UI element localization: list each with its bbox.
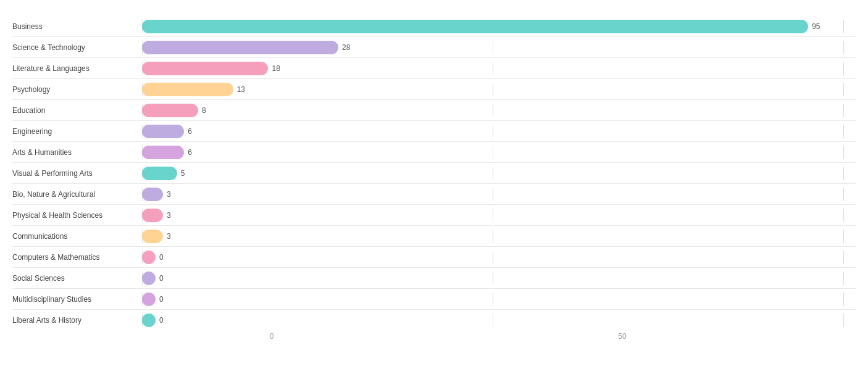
bar-row: Liberal Arts & History0	[12, 310, 856, 331]
bar-row: Communications3	[12, 226, 856, 247]
bar-wrapper: 3	[142, 188, 856, 201]
bar-row: Science & Technology28	[12, 37, 856, 58]
bar-row: Computers & Mathematics0	[12, 247, 856, 268]
bar-fill	[142, 104, 198, 117]
bar-label: Arts & Humanities	[12, 148, 142, 157]
bar-wrapper: 3	[142, 230, 856, 243]
bar-value: 5	[181, 169, 185, 178]
bar-row: Multidisciplinary Studies0	[12, 289, 856, 310]
bar-label: Liberal Arts & History	[12, 316, 142, 325]
bar-wrapper: 0	[142, 292, 856, 306]
chart-container: Business95Science & Technology28Literatu…	[0, 0, 868, 390]
bar-fill	[142, 146, 184, 159]
bar-fill	[142, 125, 184, 138]
bar-label: Education	[12, 106, 142, 115]
bar-value: 0	[159, 274, 164, 283]
bar-wrapper: 3	[142, 209, 856, 222]
bar-fill	[142, 188, 163, 201]
bar-row: Literature & Languages18	[12, 58, 856, 79]
bar-value: 0	[159, 316, 164, 325]
bar-label: Computers & Mathematics	[12, 253, 142, 262]
bar-label: Physical & Health Sciences	[12, 211, 142, 220]
bar-row: Business95	[12, 16, 856, 37]
bar-fill	[142, 41, 338, 54]
bar-fill	[142, 292, 156, 306]
bar-fill	[142, 251, 156, 264]
bar-row: Psychology13	[12, 79, 856, 100]
bar-wrapper: 6	[142, 125, 856, 138]
bar-row: Arts & Humanities6	[12, 142, 856, 163]
x-axis: 050100	[272, 332, 843, 344]
bar-label: Psychology	[12, 85, 142, 94]
bar-wrapper: 95	[142, 20, 856, 33]
bar-row: Social Sciences0	[12, 268, 856, 289]
bar-row: Engineering6	[12, 121, 856, 142]
bar-label: Multidisciplinary Studies	[12, 295, 142, 304]
x-axis-tick: 50	[618, 332, 626, 341]
bar-fill	[142, 62, 268, 75]
bar-value: 3	[167, 190, 171, 199]
bar-value: 0	[159, 253, 164, 262]
bar-wrapper: 0	[142, 272, 856, 285]
bar-wrapper: 0	[142, 251, 856, 264]
x-axis-tick: 0	[270, 332, 274, 341]
bar-value: 6	[188, 148, 192, 157]
bar-fill	[142, 272, 156, 285]
bar-fill	[142, 83, 233, 96]
bar-value: 6	[188, 127, 192, 136]
bar-value: 18	[272, 64, 280, 73]
bar-label: Bio, Nature & Agricultural	[12, 190, 142, 199]
bar-wrapper: 6	[142, 146, 856, 159]
bar-label: Social Sciences	[12, 274, 142, 283]
bar-value: 28	[342, 43, 350, 52]
bar-row: Bio, Nature & Agricultural3	[12, 184, 856, 205]
bar-value: 0	[159, 295, 164, 304]
bar-fill	[142, 230, 163, 243]
bar-fill	[142, 313, 156, 327]
bar-wrapper: 13	[142, 83, 856, 96]
bar-label: Visual & Performing Arts	[12, 169, 142, 178]
bar-row: Visual & Performing Arts5	[12, 163, 856, 184]
bar-label: Science & Technology	[12, 43, 142, 52]
bar-label: Communications	[12, 232, 142, 241]
bar-fill	[142, 209, 163, 222]
bar-row: Education8	[12, 100, 856, 121]
bar-value: 8	[202, 106, 206, 115]
bar-label: Engineering	[12, 127, 142, 136]
bar-label: Literature & Languages	[12, 64, 142, 73]
bar-row: Physical & Health Sciences3	[12, 205, 856, 226]
bar-value: 3	[167, 232, 171, 241]
bar-wrapper: 8	[142, 104, 856, 117]
bar-value: 3	[167, 211, 171, 220]
bar-wrapper: 18	[142, 62, 856, 75]
chart-area: Business95Science & Technology28Literatu…	[12, 16, 856, 331]
bar-wrapper: 28	[142, 41, 856, 54]
bar-fill	[142, 20, 808, 33]
bar-value: 13	[237, 85, 245, 94]
bar-value: 95	[812, 22, 820, 31]
bar-fill	[142, 167, 177, 180]
bar-wrapper: 5	[142, 167, 856, 180]
bar-wrapper: 0	[142, 313, 856, 327]
bar-label: Business	[12, 22, 142, 31]
